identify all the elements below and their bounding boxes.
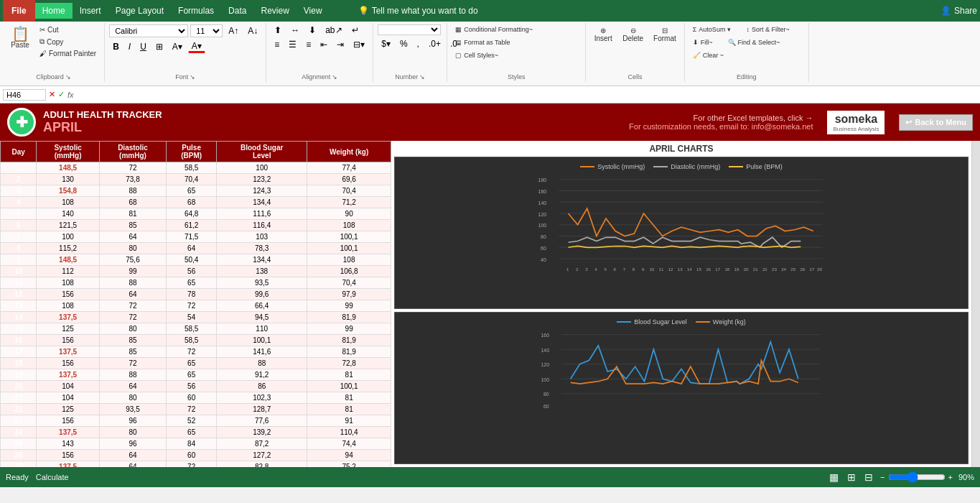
table-cell[interactable]: 93,5 [217,277,307,289]
table-cell[interactable]: 121,5 [37,220,99,231]
table-cell[interactable]: 8 [1,243,37,254]
table-cell[interactable]: 65 [167,277,217,289]
table-cell[interactable]: 88 [99,277,166,289]
format-button[interactable]: ⊟ Format [650,24,680,45]
table-cell[interactable]: 137,5 [37,427,99,438]
menu-view[interactable]: View [297,3,330,19]
table-cell[interactable]: 54 [167,312,217,323]
table-cell[interactable]: 100,1 [307,381,391,392]
table-cell[interactable]: 24 [1,427,37,438]
table-cell[interactable]: 72 [167,300,217,312]
table-cell[interactable]: 17 [1,346,37,358]
normal-view-button[interactable]: ▦ [828,470,840,484]
table-cell[interactable]: 66,4 [217,300,307,312]
table-cell[interactable]: 72 [167,346,217,358]
table-cell[interactable]: 65 [167,358,217,369]
table-cell[interactable]: 16 [1,335,37,346]
table-cell[interactable]: 52 [167,415,217,427]
indent-dec-button[interactable]: ⇤ [317,39,331,50]
table-cell[interactable]: 104 [37,392,99,404]
table-cell[interactable]: 82,8 [217,461,307,468]
table-cell[interactable]: 13 [1,300,37,312]
table-cell[interactable]: 84 [167,438,217,450]
align-center-button[interactable]: ☰ [285,39,300,50]
table-cell[interactable]: 91,2 [217,369,307,381]
table-cell[interactable]: 100,1 [307,231,391,243]
font-expand[interactable]: ↘ [190,73,195,80]
table-cell[interactable]: 100,1 [217,335,307,346]
table-cell[interactable]: 97,9 [307,289,391,300]
table-cell[interactable]: 58,5 [167,323,217,335]
table-cell[interactable]: 125 [37,323,99,335]
number-format-select[interactable] [378,24,441,35]
table-cell[interactable]: 75,2 [307,461,391,468]
table-cell[interactable]: 103 [217,231,307,243]
comma-button[interactable]: , [414,38,423,50]
table-cell[interactable]: 78,3 [217,243,307,254]
table-cell[interactable]: 156 [37,450,99,461]
table-cell[interactable]: 156 [37,335,99,346]
table-cell[interactable]: 3 [1,185,37,197]
vertical-scrollbar[interactable] [971,141,980,467]
table-cell[interactable]: 81,9 [307,312,391,323]
table-cell[interactable]: 104 [37,381,99,392]
percent-button[interactable]: % [396,38,411,50]
table-cell[interactable]: 108 [37,197,99,208]
table-cell[interactable]: 139,2 [217,427,307,438]
table-cell[interactable]: 137,5 [37,369,99,381]
font-name-select[interactable]: Calibri [109,24,188,37]
find-select-button[interactable]: 🔍 Find & Select~ [724,37,784,47]
format-as-table-button[interactable]: ▤ Format as Table [452,37,513,47]
sort-filter-button[interactable]: ↕ Sort & Filter~ [742,24,793,34]
dec-inc-button[interactable]: .0+ [425,38,444,50]
table-cell[interactable]: 20 [1,381,37,392]
table-cell[interactable]: 140 [37,208,99,220]
table-cell[interactable]: 70,4 [307,277,391,289]
autosum-button[interactable]: Σ AutoSum▾ [689,24,735,34]
zoom-out-icon[interactable]: − [880,473,885,481]
table-cell[interactable]: 18 [1,358,37,369]
table-cell[interactable]: 100 [217,162,307,174]
formula-icon-fx[interactable]: fx [67,91,74,99]
table-cell[interactable]: 81 [307,369,391,381]
indent-inc-button[interactable]: ⇥ [333,39,347,50]
underline-button[interactable]: U [136,41,150,52]
zoom-slider[interactable]: − + [880,471,953,483]
table-cell[interactable]: 99 [307,300,391,312]
table-cell[interactable]: 116,4 [217,220,307,231]
table-cell[interactable]: 71,5 [167,231,217,243]
table-cell[interactable]: 5 [1,208,37,220]
table-cell[interactable]: 112 [37,266,99,277]
conditional-formatting-button[interactable]: ▦ Conditional Formatting~ [452,24,536,34]
table-cell[interactable]: 65 [167,185,217,197]
table-cell[interactable]: 12 [1,289,37,300]
table-cell[interactable]: 94,5 [217,312,307,323]
table-cell[interactable]: 58,5 [167,162,217,174]
table-cell[interactable]: 108 [37,277,99,289]
align-middle-button[interactable]: ↔ [287,24,303,36]
table-cell[interactable]: 4 [1,197,37,208]
table-cell[interactable]: 90 [307,208,391,220]
table-cell[interactable]: 115,2 [37,243,99,254]
table-cell[interactable]: 80 [99,323,166,335]
table-cell[interactable]: 96 [99,438,166,450]
cell-styles-button[interactable]: ▢ Cell Styles~ [452,50,502,60]
currency-button[interactable]: $▾ [378,38,394,50]
table-cell[interactable]: 69,6 [307,174,391,185]
table-cell[interactable]: 72 [99,358,166,369]
table-cell[interactable]: 134,4 [217,197,307,208]
menu-page-layout[interactable]: Page Layout [108,3,171,19]
clipboard-expand[interactable]: ↘ [65,73,71,80]
table-cell[interactable]: 64 [99,381,166,392]
table-cell[interactable]: 85 [99,335,166,346]
number-expand[interactable]: ↘ [419,73,425,80]
table-cell[interactable]: 7 [1,231,37,243]
table-cell[interactable]: 100 [37,231,99,243]
table-cell[interactable]: 64,8 [167,208,217,220]
font-size-select[interactable]: 11 [190,24,223,37]
fill-button[interactable]: ⬇ Fill~ [689,37,717,47]
alignment-expand[interactable]: ↘ [332,73,337,80]
page-break-view-button[interactable]: ⊟ [863,470,874,484]
table-cell[interactable]: 11 [1,277,37,289]
table-cell[interactable]: 137,5 [37,312,99,323]
